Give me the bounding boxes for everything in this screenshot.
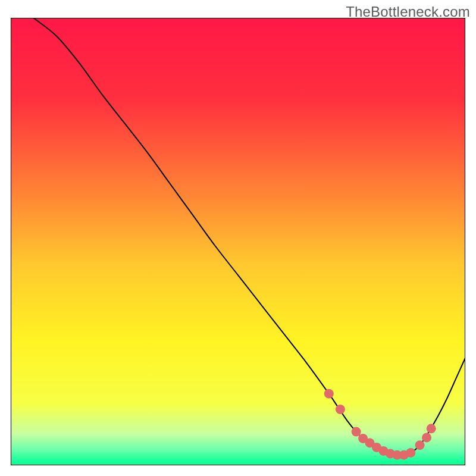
highlight-dot — [415, 440, 425, 450]
highlight-dot — [336, 405, 345, 414]
chart-container: TheBottleneck.com — [0, 0, 476, 476]
plot-area — [11, 18, 465, 465]
watermark-label: TheBottleneck.com — [346, 4, 470, 20]
highlight-dot — [427, 424, 436, 433]
highlight-dot — [324, 389, 334, 399]
highlight-dot — [422, 433, 431, 442]
highlight-dot — [352, 427, 361, 437]
highlight-dots — [11, 18, 465, 465]
highlight-dot — [406, 448, 415, 458]
